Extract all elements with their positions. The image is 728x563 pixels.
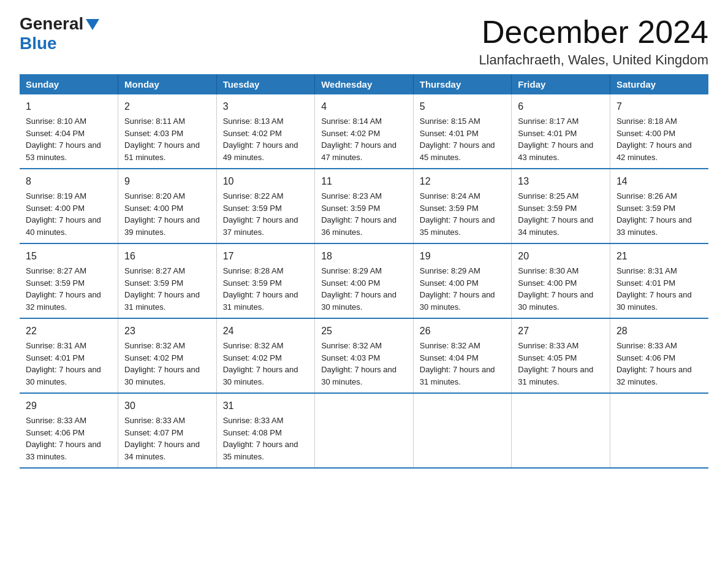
day-info: Sunrise: 8:24 AMSunset: 3:59 PMDaylight:… xyxy=(420,190,506,238)
calendar-cell: 31Sunrise: 8:33 AMSunset: 4:08 PMDayligh… xyxy=(216,393,315,468)
day-info: Sunrise: 8:31 AMSunset: 4:01 PMDaylight:… xyxy=(616,265,702,313)
calendar-week-row: 8Sunrise: 8:19 AMSunset: 4:00 PMDaylight… xyxy=(20,169,708,243)
day-number: 29 xyxy=(26,399,112,413)
day-number: 25 xyxy=(321,324,407,339)
day-number: 11 xyxy=(321,174,407,189)
day-number: 12 xyxy=(420,174,506,189)
calendar-cell: 8Sunrise: 8:19 AMSunset: 4:00 PMDaylight… xyxy=(20,169,118,243)
day-info: Sunrise: 8:32 AMSunset: 4:03 PMDaylight:… xyxy=(321,340,407,388)
page-header: General Blue December 2024 Llanfachraeth… xyxy=(20,15,708,68)
day-info: Sunrise: 8:26 AMSunset: 3:59 PMDaylight:… xyxy=(616,190,702,238)
calendar-cell: 5Sunrise: 8:15 AMSunset: 4:01 PMDaylight… xyxy=(413,94,512,169)
logo: General Blue xyxy=(20,15,99,53)
calendar-cell: 13Sunrise: 8:25 AMSunset: 3:59 PMDayligh… xyxy=(512,169,610,243)
col-header-monday: Monday xyxy=(118,74,217,94)
day-number: 9 xyxy=(124,174,210,189)
day-number: 14 xyxy=(616,174,702,189)
day-info: Sunrise: 8:18 AMSunset: 4:00 PMDaylight:… xyxy=(616,115,702,163)
calendar-cell xyxy=(610,393,708,468)
day-number: 16 xyxy=(124,249,210,264)
day-info: Sunrise: 8:33 AMSunset: 4:06 PMDaylight:… xyxy=(616,340,702,388)
calendar-table: SundayMondayTuesdayWednesdayThursdayFrid… xyxy=(20,74,708,469)
col-header-tuesday: Tuesday xyxy=(216,74,315,94)
day-number: 6 xyxy=(518,99,604,114)
calendar-week-row: 22Sunrise: 8:31 AMSunset: 4:01 PMDayligh… xyxy=(20,318,708,393)
calendar-week-row: 29Sunrise: 8:33 AMSunset: 4:06 PMDayligh… xyxy=(20,393,708,468)
calendar-cell: 20Sunrise: 8:30 AMSunset: 4:00 PMDayligh… xyxy=(512,243,610,318)
day-info: Sunrise: 8:33 AMSunset: 4:05 PMDaylight:… xyxy=(518,340,604,388)
calendar-header-row: SundayMondayTuesdayWednesdayThursdayFrid… xyxy=(20,74,708,94)
day-number: 19 xyxy=(420,249,506,264)
day-info: Sunrise: 8:29 AMSunset: 4:00 PMDaylight:… xyxy=(420,265,506,313)
day-info: Sunrise: 8:33 AMSunset: 4:07 PMDaylight:… xyxy=(124,415,210,462)
day-number: 28 xyxy=(616,324,702,339)
day-number: 21 xyxy=(616,249,702,264)
day-info: Sunrise: 8:32 AMSunset: 4:02 PMDaylight:… xyxy=(223,340,309,388)
day-number: 2 xyxy=(124,99,210,114)
day-number: 13 xyxy=(518,174,604,189)
calendar-cell: 25Sunrise: 8:32 AMSunset: 4:03 PMDayligh… xyxy=(315,318,414,393)
calendar-cell xyxy=(315,393,414,468)
calendar-cell: 3Sunrise: 8:13 AMSunset: 4:02 PMDaylight… xyxy=(216,94,315,169)
day-info: Sunrise: 8:13 AMSunset: 4:02 PMDaylight:… xyxy=(223,115,309,163)
calendar-cell: 12Sunrise: 8:24 AMSunset: 3:59 PMDayligh… xyxy=(413,169,512,243)
calendar-cell: 26Sunrise: 8:32 AMSunset: 4:04 PMDayligh… xyxy=(413,318,512,393)
calendar-cell: 22Sunrise: 8:31 AMSunset: 4:01 PMDayligh… xyxy=(20,318,118,393)
day-info: Sunrise: 8:14 AMSunset: 4:02 PMDaylight:… xyxy=(321,115,407,163)
calendar-cell: 6Sunrise: 8:17 AMSunset: 4:01 PMDaylight… xyxy=(512,94,610,169)
day-info: Sunrise: 8:15 AMSunset: 4:01 PMDaylight:… xyxy=(420,115,506,163)
logo-text-blue: Blue xyxy=(20,34,57,53)
calendar-cell: 29Sunrise: 8:33 AMSunset: 4:06 PMDayligh… xyxy=(20,393,118,468)
calendar-cell: 27Sunrise: 8:33 AMSunset: 4:05 PMDayligh… xyxy=(512,318,610,393)
day-number: 10 xyxy=(223,174,309,189)
calendar-cell: 11Sunrise: 8:23 AMSunset: 3:59 PMDayligh… xyxy=(315,169,414,243)
day-number: 15 xyxy=(26,249,112,264)
month-title: December 2024 xyxy=(479,15,708,50)
calendar-cell: 4Sunrise: 8:14 AMSunset: 4:02 PMDaylight… xyxy=(315,94,414,169)
logo-triangle-icon xyxy=(86,19,99,30)
calendar-cell xyxy=(512,393,610,468)
day-info: Sunrise: 8:25 AMSunset: 3:59 PMDaylight:… xyxy=(518,190,604,238)
col-header-thursday: Thursday xyxy=(413,74,512,94)
calendar-cell: 16Sunrise: 8:27 AMSunset: 3:59 PMDayligh… xyxy=(118,243,217,318)
title-block: December 2024 Llanfachraeth, Wales, Unit… xyxy=(479,15,708,68)
day-number: 7 xyxy=(616,99,702,114)
calendar-cell: 14Sunrise: 8:26 AMSunset: 3:59 PMDayligh… xyxy=(610,169,708,243)
day-info: Sunrise: 8:33 AMSunset: 4:06 PMDaylight:… xyxy=(26,415,112,462)
day-info: Sunrise: 8:19 AMSunset: 4:00 PMDaylight:… xyxy=(26,190,112,238)
calendar-cell: 2Sunrise: 8:11 AMSunset: 4:03 PMDaylight… xyxy=(118,94,217,169)
logo-text-general: General xyxy=(20,15,83,34)
day-number: 23 xyxy=(124,324,210,339)
day-number: 30 xyxy=(124,399,210,413)
calendar-cell: 18Sunrise: 8:29 AMSunset: 4:00 PMDayligh… xyxy=(315,243,414,318)
calendar-cell: 23Sunrise: 8:32 AMSunset: 4:02 PMDayligh… xyxy=(118,318,217,393)
day-info: Sunrise: 8:10 AMSunset: 4:04 PMDaylight:… xyxy=(26,115,112,163)
calendar-cell xyxy=(413,393,512,468)
calendar-cell: 17Sunrise: 8:28 AMSunset: 3:59 PMDayligh… xyxy=(216,243,315,318)
day-info: Sunrise: 8:27 AMSunset: 3:59 PMDaylight:… xyxy=(26,265,112,313)
day-number: 27 xyxy=(518,324,604,339)
day-number: 31 xyxy=(223,399,309,413)
day-number: 22 xyxy=(26,324,112,339)
day-info: Sunrise: 8:23 AMSunset: 3:59 PMDaylight:… xyxy=(321,190,407,238)
calendar-cell: 28Sunrise: 8:33 AMSunset: 4:06 PMDayligh… xyxy=(610,318,708,393)
day-number: 26 xyxy=(420,324,506,339)
day-info: Sunrise: 8:28 AMSunset: 3:59 PMDaylight:… xyxy=(223,265,309,313)
calendar-week-row: 15Sunrise: 8:27 AMSunset: 3:59 PMDayligh… xyxy=(20,243,708,318)
day-info: Sunrise: 8:29 AMSunset: 4:00 PMDaylight:… xyxy=(321,265,407,313)
day-number: 5 xyxy=(420,99,506,114)
calendar-cell: 21Sunrise: 8:31 AMSunset: 4:01 PMDayligh… xyxy=(610,243,708,318)
svg-marker-0 xyxy=(86,19,99,30)
day-info: Sunrise: 8:11 AMSunset: 4:03 PMDaylight:… xyxy=(124,115,210,163)
location-subtitle: Llanfachraeth, Wales, United Kingdom xyxy=(479,52,708,68)
day-info: Sunrise: 8:32 AMSunset: 4:02 PMDaylight:… xyxy=(124,340,210,388)
calendar-cell: 24Sunrise: 8:32 AMSunset: 4:02 PMDayligh… xyxy=(216,318,315,393)
day-number: 1 xyxy=(26,99,112,114)
col-header-sunday: Sunday xyxy=(20,74,118,94)
day-info: Sunrise: 8:17 AMSunset: 4:01 PMDaylight:… xyxy=(518,115,604,163)
day-number: 17 xyxy=(223,249,309,264)
day-info: Sunrise: 8:20 AMSunset: 4:00 PMDaylight:… xyxy=(124,190,210,238)
calendar-week-row: 1Sunrise: 8:10 AMSunset: 4:04 PMDaylight… xyxy=(20,94,708,169)
day-info: Sunrise: 8:22 AMSunset: 3:59 PMDaylight:… xyxy=(223,190,309,238)
calendar-cell: 9Sunrise: 8:20 AMSunset: 4:00 PMDaylight… xyxy=(118,169,217,243)
